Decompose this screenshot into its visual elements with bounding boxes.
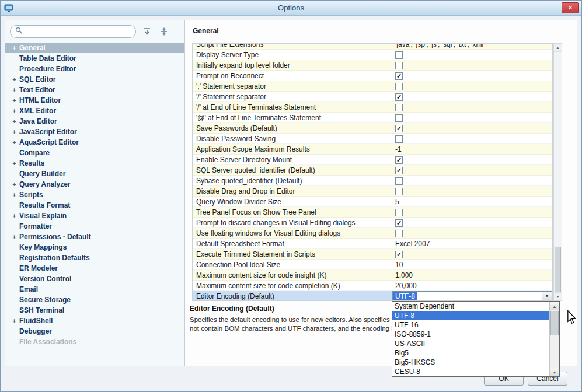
sidebar-item-sql-editor[interactable]: +SQL Editor [5, 74, 184, 85]
expander-plus-icon[interactable]: + [11, 179, 18, 190]
sidebar-item-table-data-editor[interactable]: Table Data Editor [5, 53, 184, 64]
sidebar-item-results-format[interactable]: Results Format [5, 200, 184, 211]
settings-row-display-server-type[interactable]: Display Server Type [193, 50, 552, 60]
sidebar-item-version-control[interactable]: Version Control [5, 274, 184, 284]
settings-row-script-file-extensions[interactable]: Script File Extensions'java', 'jsp', 'js… [193, 44, 552, 50]
dropdown-scrollbar[interactable]: ▲ ▼ [549, 302, 559, 376]
sidebar-item-file-associations[interactable]: File Associations [5, 337, 184, 347]
dropdown-item-big5-hkscs[interactable]: Big5-HKSCS [392, 358, 549, 367]
sidebar-item-text-editor[interactable]: +Text Editor [5, 85, 184, 95]
editor-encoding-combobox[interactable]: UTF-8▼ [392, 291, 552, 301]
expander-plus-icon[interactable]: + [11, 232, 18, 242]
dropdown-item-utf-8[interactable]: UTF-8 [392, 311, 549, 320]
setting-value[interactable]: 20,000 [392, 281, 552, 291]
dropdown-scroll-down-icon[interactable]: ▼ [550, 368, 559, 376]
settings-row-application-scope-maximum-results[interactable]: Application Scope Maximum Results-1 [193, 144, 552, 155]
checkbox-checked[interactable]: ✓ [395, 93, 403, 101]
settings-row-default-spreadsheet-format[interactable]: Default Spreadsheet FormatExcel 2007 [193, 239, 552, 249]
checkbox-unchecked[interactable] [395, 62, 403, 69]
expander-plus-icon[interactable]: + [11, 74, 18, 85]
checkbox-checked[interactable]: ✓ [395, 156, 403, 164]
sidebar-item-scripts[interactable]: +Scripts [5, 190, 184, 200]
sidebar-item-html-editor[interactable]: +HTML Editor [5, 95, 184, 106]
settings-row-statement-separator[interactable]: '/' Statement separator✓ [193, 92, 552, 102]
settings-row-save-passwords-default[interactable]: Save Passwords (Default)✓ [193, 123, 552, 134]
close-button[interactable]: ✕ [562, 2, 579, 13]
settings-row-maximum-content-size-for-code-completion-k[interactable]: Maximum content size for code completion… [193, 281, 552, 291]
scroll-down-icon[interactable]: ▼ [554, 292, 562, 300]
setting-value[interactable]: Excel 2007 [392, 239, 552, 249]
expander-plus-icon[interactable]: + [11, 85, 18, 95]
settings-row-maximum-content-size-for-code-insight-k[interactable]: Maximum content size for code insight (K… [193, 270, 552, 281]
checkbox-unchecked[interactable] [395, 230, 403, 237]
settings-row-at-end-of-line-terminates-statement[interactable]: '/' at End of Line Terminates Statement [193, 102, 552, 113]
settings-row-at-end-of-line-terminates-statement[interactable]: '@' at End of Line Terminates Statement [193, 113, 552, 123]
checkbox-unchecked[interactable] [395, 83, 403, 90]
expander-plus-icon[interactable]: + [11, 116, 18, 127]
expander-plus-icon[interactable]: + [11, 127, 18, 137]
checkbox-checked[interactable]: ✓ [395, 251, 403, 258]
checkbox-checked[interactable]: ✓ [395, 72, 403, 80]
dropdown-item-big5[interactable]: Big5 [392, 348, 549, 358]
sidebar-item-key-mappings[interactable]: Key Mappings [5, 242, 184, 253]
checkbox-unchecked[interactable] [395, 209, 403, 216]
settings-row-tree-panel-focus-on-show-tree-panel[interactable]: Tree Panel Focus on Show Tree Panel [193, 207, 552, 218]
dropdown-item-iso-8859-1[interactable]: ISO-8859-1 [392, 330, 549, 339]
settings-row-initially-expand-top-level-folder[interactable]: Initially expand top level folder [193, 60, 552, 71]
sidebar-item-compare[interactable]: Compare [5, 148, 184, 158]
settings-row-prompt-on-reconnect[interactable]: Prompt on Reconnect✓ [193, 71, 552, 81]
expander-plus-icon[interactable]: + [11, 137, 18, 148]
sidebar-item-query-builder[interactable]: Query Builder [5, 169, 184, 179]
sidebar-item-debugger[interactable]: Debugger [5, 326, 184, 337]
sidebar-item-procedure-editor[interactable]: Procedure Editor [5, 64, 184, 74]
search-input[interactable] [26, 27, 131, 36]
dropdown-item-cesu-8[interactable]: CESU-8 [392, 367, 549, 376]
settings-scrollbar[interactable]: ▲ ▼ [553, 43, 562, 301]
setting-value[interactable]: -1 [392, 144, 552, 155]
expander-plus-icon[interactable]: + [11, 158, 18, 169]
sidebar-item-registration-defaults[interactable]: Registration Defaults [5, 253, 184, 263]
sidebar-item-fluidshell[interactable]: +FluidShell [5, 316, 184, 326]
dropdown-item-us-ascii[interactable]: US-ASCII [392, 339, 549, 348]
expander-plus-icon[interactable]: + [11, 211, 18, 221]
setting-value[interactable]: 'java', 'jsp', 'js', 'sql', 'txt', 'xml' [392, 44, 552, 50]
dropdown-item-utf-16[interactable]: UTF-16 [392, 320, 549, 330]
checkbox-checked[interactable]: ✓ [395, 167, 403, 174]
dropdown-item-system-dependent[interactable]: System Dependent [392, 302, 549, 311]
sidebar-item-er-modeler[interactable]: ER Modeler [5, 263, 184, 274]
sidebar-item-javascript-editor[interactable]: +JavaScript Editor [5, 127, 184, 137]
checkbox-unchecked[interactable] [395, 177, 403, 185]
checkbox-unchecked[interactable] [395, 188, 403, 195]
collapse-all-button[interactable] [141, 26, 153, 37]
checkbox-unchecked[interactable] [395, 114, 403, 122]
setting-value[interactable]: 10 [392, 260, 552, 270]
sidebar-item-email[interactable]: Email [5, 284, 184, 295]
settings-row-enable-server-directory-mount[interactable]: Enable Server Directory Mount✓ [193, 155, 552, 165]
checkbox-checked[interactable]: ✓ [395, 125, 403, 132]
settings-row-disable-password-saving[interactable]: Disable Password Saving [193, 134, 552, 144]
setting-value[interactable]: 5 [392, 197, 552, 207]
sidebar-item-ssh-terminal[interactable]: SSH Terminal [5, 305, 184, 316]
expander-plus-icon[interactable]: + [11, 43, 18, 53]
settings-row-disable-drag-and-drop-in-editor[interactable]: Disable Drag and Drop in Editor [193, 186, 552, 197]
settings-row-execute-trimmed-statement-in-scripts[interactable]: Execute Trimmed Statement in Scripts✓ [193, 249, 552, 260]
expand-all-button[interactable] [158, 26, 170, 37]
settings-row-sybase-quoted-identifier-default[interactable]: Sybase quoted_identifier (Default) [193, 176, 552, 186]
scrollbar-thumb[interactable] [555, 247, 561, 293]
expander-plus-icon[interactable]: + [11, 106, 18, 116]
sidebar-item-query-analyzer[interactable]: +Query Analyzer [5, 179, 184, 190]
settings-row-use-floating-windows-for-visual-editing-dialogs[interactable]: Use floating windows for Visual Editing … [193, 228, 552, 239]
setting-value[interactable]: 1,000 [392, 270, 552, 281]
sidebar-item-formatter[interactable]: Formatter [5, 221, 184, 232]
title-bar[interactable]: Options ✕ [1, 1, 581, 16]
expander-plus-icon[interactable]: + [11, 190, 18, 200]
sidebar-item-permissions-default[interactable]: +Permissions - Default [5, 232, 184, 242]
search-box[interactable] [10, 25, 136, 38]
sidebar-item-java-editor[interactable]: +Java Editor [5, 116, 184, 127]
settings-row-statement-separator[interactable]: ';' Statement separator [193, 81, 552, 92]
sidebar-item-results[interactable]: +Results [5, 158, 184, 169]
checkbox-unchecked[interactable] [395, 135, 403, 143]
checkbox-checked[interactable]: ✓ [395, 219, 403, 227]
expander-plus-icon[interactable]: + [11, 316, 18, 326]
settings-row-editor-encoding-default[interactable]: Editor Encoding (Default)UTF-8▼ [193, 291, 552, 301]
